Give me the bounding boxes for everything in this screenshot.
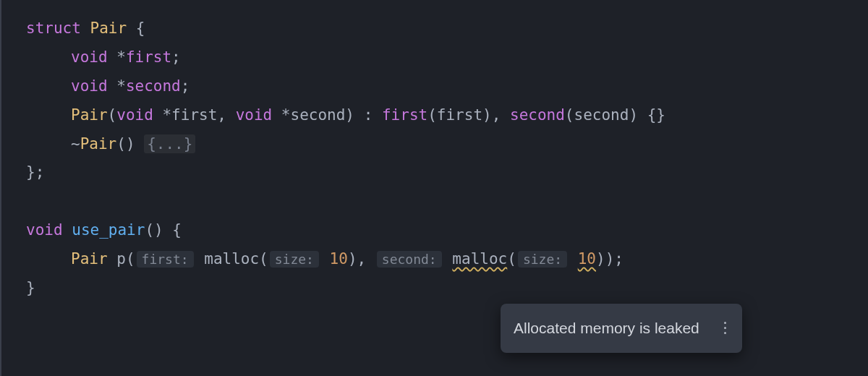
code-line[interactable]: Pair(void *first, void *second) : first(… bbox=[26, 101, 868, 130]
call-malloc: malloc bbox=[204, 250, 259, 268]
inspection-tooltip[interactable]: Allocated memory is leaked bbox=[501, 304, 742, 353]
star: * bbox=[108, 48, 126, 66]
tooltip-message: Allocated memory is leaked bbox=[514, 314, 699, 343]
init-second: second bbox=[510, 106, 565, 124]
inlay-hint-size: size: bbox=[270, 251, 319, 268]
star: * bbox=[108, 77, 126, 95]
paren-open: ( bbox=[259, 250, 268, 268]
star: * bbox=[153, 106, 171, 124]
destructor-name: Pair bbox=[80, 135, 117, 153]
type-void: void bbox=[71, 77, 108, 95]
paren-close: ) bbox=[482, 106, 492, 124]
paren-open: ( bbox=[507, 250, 516, 268]
code-line[interactable]: void *second; bbox=[26, 72, 868, 101]
destructor-parens: () bbox=[116, 135, 135, 153]
inlay-hint-second: second: bbox=[377, 251, 442, 268]
type-pair: Pair bbox=[71, 250, 108, 268]
inlay-hint-size: size: bbox=[518, 251, 567, 268]
member-second: second bbox=[126, 77, 181, 95]
type-void: void bbox=[71, 48, 108, 66]
comma: , bbox=[357, 250, 375, 268]
paren-open: ( bbox=[126, 250, 135, 268]
number-literal: 10 bbox=[330, 250, 348, 268]
parens: () bbox=[145, 221, 163, 239]
space bbox=[135, 135, 145, 153]
brace-open: { bbox=[163, 221, 182, 239]
code-line-empty[interactable] bbox=[26, 187, 868, 216]
initializer-colon: : bbox=[354, 106, 382, 124]
init-first-arg: first bbox=[437, 106, 482, 124]
code-line[interactable]: void use_pair() { bbox=[26, 216, 868, 245]
comma: , bbox=[217, 106, 235, 124]
code-line[interactable]: void *first; bbox=[26, 43, 868, 72]
comma: , bbox=[492, 106, 510, 124]
more-actions-icon[interactable] bbox=[721, 319, 729, 337]
inlay-hint-first: first: bbox=[137, 251, 194, 268]
member-first: first bbox=[126, 48, 171, 66]
variable-p: p bbox=[116, 250, 126, 268]
star: * bbox=[272, 106, 290, 124]
param-first: first bbox=[171, 106, 217, 124]
function-name: use_pair bbox=[72, 221, 145, 239]
paren-open: ( bbox=[108, 106, 117, 124]
keyword-struct: struct bbox=[26, 20, 81, 37]
paren-close: ) bbox=[348, 250, 357, 268]
code-line[interactable]: Pair p(first: malloc(size: 10), second: … bbox=[26, 245, 868, 274]
constructor-name: Pair bbox=[71, 106, 108, 124]
brace-close: } bbox=[26, 279, 35, 296]
number-literal-warned[interactable]: 10 bbox=[578, 250, 596, 268]
ctor-body: {} bbox=[638, 106, 665, 124]
call-malloc-warned[interactable]: malloc bbox=[452, 250, 507, 268]
init-second-arg: second bbox=[574, 106, 629, 124]
init-first: first bbox=[382, 106, 427, 124]
paren-open: ( bbox=[427, 106, 437, 124]
line-end: ); bbox=[605, 250, 624, 268]
code-line[interactable]: }; bbox=[26, 158, 868, 187]
paren-open: ( bbox=[565, 106, 574, 124]
paren-close: ) bbox=[629, 106, 638, 124]
code-line[interactable]: } bbox=[26, 274, 868, 303]
semicolon: ; bbox=[181, 77, 190, 95]
code-editor[interactable]: struct Pair { void *first; void *second;… bbox=[16, 14, 868, 303]
type-void: void bbox=[116, 106, 153, 124]
semicolon: ; bbox=[171, 48, 181, 66]
fold-indicator[interactable]: {...} bbox=[144, 134, 195, 153]
type-void: void bbox=[236, 106, 273, 124]
param-second: second bbox=[291, 106, 346, 124]
code-line[interactable]: ~Pair() {...} bbox=[26, 130, 868, 159]
type-name-pair: Pair bbox=[90, 20, 127, 37]
brace-close: }; bbox=[26, 163, 44, 181]
code-line[interactable]: struct Pair { bbox=[26, 14, 868, 43]
paren-close: ) bbox=[345, 106, 354, 124]
destructor-tilde: ~ bbox=[71, 135, 80, 153]
paren-close: ) bbox=[596, 250, 605, 268]
brace-open: { bbox=[127, 20, 145, 37]
type-void: void bbox=[26, 221, 63, 239]
